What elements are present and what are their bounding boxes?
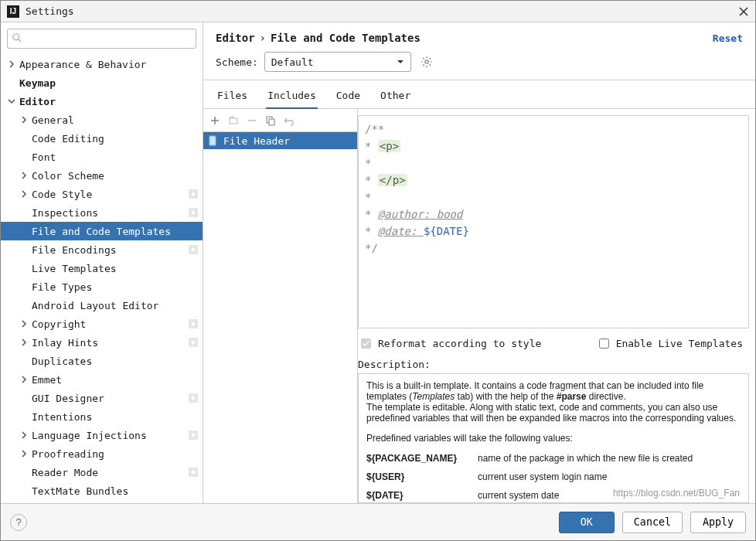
scheme-gear-button[interactable] (417, 53, 436, 71)
tree-item[interactable]: Duplicates (1, 352, 203, 370)
template-toolbar (203, 109, 357, 132)
copy-icon[interactable] (265, 115, 276, 126)
tree-item[interactable]: Intentions (1, 407, 203, 426)
chevron-right-icon (19, 115, 29, 124)
svg-rect-11 (191, 340, 196, 345)
chevron-down-icon (397, 58, 404, 66)
tab-files[interactable]: Files (216, 87, 249, 108)
tab-includes[interactable]: Includes (266, 87, 318, 109)
svg-rect-3 (191, 192, 196, 196)
apply-button[interactable]: Apply (690, 512, 746, 533)
tree-item[interactable]: Android Layout Editor (1, 296, 203, 315)
svg-rect-15 (191, 433, 196, 437)
cancel-button[interactable]: Cancel (622, 512, 683, 533)
module-scope-icon (189, 319, 198, 328)
svg-rect-5 (191, 210, 196, 215)
tree-item[interactable]: Keymap (1, 73, 203, 92)
svg-rect-13 (191, 396, 196, 400)
window-title: Settings (26, 5, 74, 17)
tree-item[interactable]: General (1, 111, 203, 129)
chevron-right-icon (19, 449, 29, 458)
module-scope-icon (189, 338, 198, 347)
remove-icon[interactable] (247, 115, 257, 126)
gear-icon (421, 56, 433, 68)
tab-code[interactable]: Code (335, 87, 362, 108)
variable-row: ${DATE}current system date (366, 490, 741, 501)
tree-item[interactable]: Proofreading (1, 444, 203, 463)
tree-item[interactable]: Font (1, 148, 203, 166)
module-scope-icon (189, 189, 198, 199)
svg-line-26 (423, 65, 424, 66)
new-folder-icon[interactable] (228, 115, 239, 126)
description-box[interactable]: This is a built-in template. It contains… (358, 373, 749, 503)
chevron-right-icon (7, 60, 16, 69)
svg-line-24 (429, 65, 431, 66)
chevron-right-icon (19, 189, 29, 199)
ok-button[interactable]: OK (559, 512, 615, 533)
chevron-right-icon (19, 319, 29, 328)
chevron-right-icon (19, 375, 29, 384)
titlebar: IJ Settings (1, 1, 755, 22)
tree-item[interactable]: TextMate Bundles (1, 481, 203, 500)
description-label: Description: (358, 356, 755, 373)
app-icon: IJ (7, 5, 19, 18)
tree-item[interactable]: Language Injections (1, 426, 203, 444)
svg-rect-17 (191, 470, 196, 475)
module-scope-icon (189, 468, 198, 477)
tree-item[interactable]: Code Editing (1, 129, 203, 148)
tree-item[interactable]: File and Code Templates (1, 222, 203, 240)
svg-rect-29 (269, 119, 274, 125)
scheme-label: Scheme: (216, 56, 258, 68)
search-icon (12, 32, 22, 43)
svg-rect-30 (209, 136, 216, 145)
svg-line-1 (19, 39, 22, 43)
tree-item[interactable]: Inlay Hints (1, 333, 203, 352)
svg-rect-7 (191, 247, 196, 252)
tree-item[interactable]: Appearance & Behavior (1, 55, 203, 73)
svg-line-23 (423, 58, 424, 60)
tree-item[interactable]: Color Scheme (1, 166, 203, 185)
reformat-checkbox[interactable]: Reformat according to style (358, 336, 541, 351)
close-icon[interactable] (738, 6, 749, 17)
tree-item[interactable]: GUI Designer (1, 389, 203, 407)
tree-item[interactable]: Code Style (1, 185, 203, 203)
svg-line-25 (429, 58, 431, 60)
chevron-right-icon (19, 338, 29, 347)
search-input[interactable] (7, 29, 196, 49)
live-templates-checkbox[interactable]: Enable Live Templates (596, 336, 743, 351)
tree-item[interactable]: File Encodings (1, 240, 203, 259)
settings-tree[interactable]: Appearance & BehaviorKeymapEditorGeneral… (1, 55, 203, 503)
chevron-right-icon (19, 171, 29, 180)
file-icon (208, 135, 219, 146)
scheme-select[interactable]: Default (264, 52, 411, 72)
tree-item[interactable]: Live Templates (1, 259, 203, 277)
svg-point-18 (425, 60, 428, 63)
tree-item[interactable]: Reader Mode (1, 463, 203, 481)
svg-point-0 (13, 34, 19, 40)
breadcrumb: Editor›File and Code Templates (216, 32, 421, 44)
variable-row: ${PACKAGE_NAME}name of the package in wh… (366, 453, 741, 464)
variable-row: ${USER}current user system login name (366, 471, 741, 482)
undo-icon[interactable] (284, 115, 295, 126)
module-scope-icon (189, 245, 198, 254)
module-scope-icon (189, 393, 198, 403)
module-scope-icon (189, 208, 198, 217)
template-item-file-header[interactable]: File Header (203, 132, 357, 149)
template-list[interactable]: File Header (203, 132, 357, 503)
tree-item[interactable]: Emmet (1, 370, 203, 389)
help-button[interactable]: ? (10, 514, 27, 531)
add-icon[interactable] (209, 115, 220, 126)
reset-link[interactable]: Reset (713, 32, 743, 44)
tree-item[interactable]: Editor (1, 92, 203, 111)
svg-rect-9 (191, 322, 196, 326)
chevron-down-icon (7, 97, 16, 106)
tree-item[interactable]: File Types (1, 277, 203, 296)
chevron-right-icon (19, 430, 29, 440)
svg-rect-27 (230, 118, 237, 124)
module-scope-icon (189, 430, 198, 440)
tree-item[interactable]: Inspections (1, 203, 203, 222)
tab-other[interactable]: Other (379, 87, 412, 108)
code-editor[interactable]: /** * <p> * * </p> * * @author: bood * @… (358, 115, 749, 328)
tree-item[interactable]: Copyright (1, 315, 203, 333)
